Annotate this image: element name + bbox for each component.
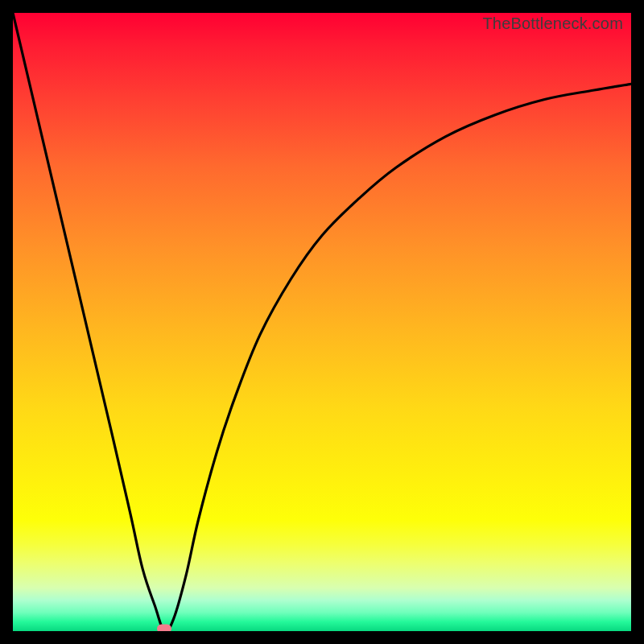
minimum-marker <box>157 625 171 632</box>
bottleneck-curve <box>13 13 631 631</box>
plot-area: TheBottleneck.com <box>13 13 631 631</box>
watermark-text: TheBottleneck.com <box>482 14 623 33</box>
chart-frame: TheBottleneck.com <box>0 0 644 644</box>
